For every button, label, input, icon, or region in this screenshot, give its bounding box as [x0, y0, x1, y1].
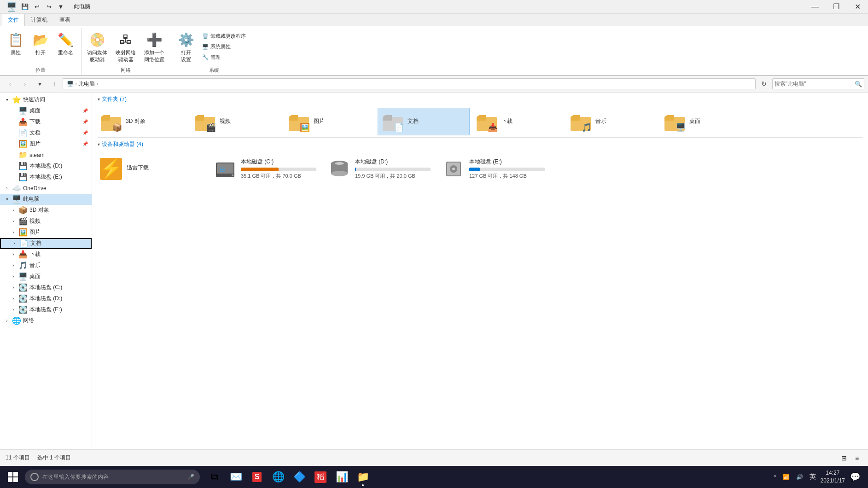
close-button[interactable]: ✕ — [847, 0, 868, 14]
taskbar-task-view[interactable]: ⧉ — [204, 466, 225, 488]
taskbar-edge[interactable]: 🌐 — [268, 466, 288, 488]
ribbon-btn-manage[interactable]: 🔧 管理 — [199, 52, 254, 62]
qat-save[interactable]: 💾 — [19, 1, 30, 12]
svg-rect-37 — [13, 477, 18, 482]
folder-music[interactable]: 🎵 音乐 — [565, 108, 658, 135]
downloads2-sidebar-label: 下载 — [29, 250, 41, 258]
tab-computer[interactable]: 计算机 — [25, 14, 53, 26]
folder-desktop-info: 桌面 — [689, 117, 700, 125]
ribbon-btn-rename[interactable]: ✏️ 重命名 — [53, 29, 77, 58]
xunlei-label: 迅雷下载 — [127, 164, 202, 172]
sidebar-item-pictures[interactable]: › 🖼️ 图片 — [0, 227, 92, 238]
sidebar-item-local-d2[interactable]: › 💽 本地磁盘 (D:) — [0, 293, 92, 304]
taskbar-active-indicator — [362, 484, 364, 486]
folder-videos[interactable]: 🎬 视频 — [190, 108, 282, 135]
taskbar-clock[interactable]: 14:27 2021/1/17 — [821, 469, 845, 485]
qat-redo[interactable]: ↪ — [43, 1, 54, 12]
search-input[interactable] — [775, 81, 853, 87]
sidebar-item-downloads[interactable]: 📥 下载 📌 — [0, 116, 92, 128]
folder-pictures-label: 图片 — [314, 117, 325, 125]
folder-3d-objects[interactable]: 📦 3D 对象 — [96, 108, 188, 135]
sidebar-section-quick-access[interactable]: ▾ ⭐ 快速访问 — [0, 94, 92, 105]
taskbar-show-hidden[interactable]: ^ — [772, 466, 778, 488]
manage-icon: 🔧 — [202, 54, 209, 60]
sidebar-item-local-e-qa[interactable]: 💾 本地磁盘 (E:) — [0, 172, 92, 183]
view-large-icons-button[interactable]: ⊞ — [839, 453, 850, 464]
folder-3d-icon: 📦 — [100, 110, 122, 133]
up-button[interactable]: ↑ — [48, 77, 61, 90]
ribbon-btn-add-location[interactable]: ➕ 添加一个网络位置 — [140, 29, 168, 65]
taskbar-volume-icon[interactable]: 🔊 — [794, 466, 805, 488]
ribbon-btn-uninstall[interactable]: 🗑️ 卸载或更改程序 — [199, 31, 254, 41]
local-e-qa-label: 本地磁盘 (E:) — [29, 173, 62, 181]
devices-section-header[interactable]: ▾ 设备和驱动器 (4) — [92, 138, 868, 151]
drive-c[interactable]: ⊞ 本地磁盘 (C:) 35.1 GB 可用，共 70.0 GB — [210, 153, 320, 185]
sidebar-item-3d-objects[interactable]: › 📦 3D 对象 — [0, 205, 92, 216]
ribbon-btn-access-media[interactable]: 📀 访问媒体驱动器 — [83, 29, 111, 65]
view-list-button[interactable]: ≡ — [851, 453, 862, 464]
pictures-qa-icon: 🖼️ — [18, 139, 28, 148]
start-button[interactable] — [2, 466, 24, 488]
refresh-button[interactable]: ↻ — [757, 77, 770, 90]
ribbon-btn-open[interactable]: 📂 打开 — [29, 29, 52, 58]
dropdown-recent-button[interactable]: ▾ — [33, 77, 46, 90]
folder-documents[interactable]: 📄 文档 — [378, 108, 470, 135]
back-button[interactable]: ‹ — [4, 77, 17, 90]
taskbar-notification-button[interactable]: 💬 — [848, 466, 862, 488]
svg-marker-5 — [195, 115, 204, 117]
sidebar-item-downloads2[interactable]: › 📥 下载 — [0, 249, 92, 260]
uninstall-icon: 🗑️ — [202, 33, 209, 39]
folder-downloads-label: 下载 — [501, 117, 513, 125]
taskbar-mail[interactable]: ✉️ — [226, 466, 246, 488]
sidebar-item-onedrive[interactable]: › ☁️ OneDrive — [0, 183, 92, 194]
forward-button[interactable]: › — [18, 77, 31, 90]
sidebar-item-local-c[interactable]: › 💽 本地磁盘 (C:) — [0, 282, 92, 293]
xunlei-info: 迅雷下载 — [127, 164, 202, 174]
taskbar-maps[interactable]: 📊 — [332, 466, 352, 488]
sidebar-item-desktop2[interactable]: › 🖥️ 桌面 — [0, 271, 92, 282]
manage-label: 管理 — [210, 54, 221, 61]
qat-undo[interactable]: ↩ — [31, 1, 42, 12]
folders-section-header[interactable]: ▾ 文件夹 (7) — [92, 93, 868, 106]
search-icon: 🔍 — [855, 81, 862, 87]
folder-desktop[interactable]: 🖥️ 桌面 — [659, 108, 751, 135]
ribbon-btn-open-settings[interactable]: ⚙️ 打开设置 — [174, 29, 198, 65]
sidebar-item-documents[interactable]: › 📄 文档 — [0, 238, 92, 249]
maximize-button[interactable]: ❐ — [826, 0, 847, 14]
quick-access-label: 快速访问 — [23, 96, 45, 104]
drive-xunlei[interactable]: ⚡ 迅雷下载 — [96, 153, 206, 185]
taskbar-explorer[interactable]: 📁 — [353, 466, 373, 488]
local-d2-sidebar-label: 本地磁盘 (D:) — [29, 295, 62, 302]
sidebar-item-local-d-qa[interactable]: 💾 本地磁盘 (D:) — [0, 161, 92, 172]
address-bar[interactable]: 🖥️ › 此电脑 › — [63, 78, 756, 89]
sidebar-item-local-e3[interactable]: › 💽 本地磁盘 (E:) — [0, 304, 92, 315]
sidebar-item-network[interactable]: › 🌐 网络 — [0, 315, 92, 326]
ribbon-btn-map-network[interactable]: 🖧 映射网络驱动器 — [112, 29, 140, 65]
ribbon-btn-system-props[interactable]: 🖥️ 系统属性 — [199, 42, 254, 52]
taskbar-network-icon[interactable]: 📶 — [781, 466, 792, 488]
svg-rect-35 — [13, 472, 18, 476]
drive-e[interactable]: 本地磁盘 (E:) 127 GB 可用，共 148 GB — [438, 153, 549, 185]
sidebar-item-documents-qa[interactable]: 📄 文档 📌 — [0, 128, 92, 139]
minimize-button[interactable]: — — [804, 0, 826, 14]
folder-pictures[interactable]: 🖼️ 图片 — [284, 108, 376, 135]
taskbar-3d[interactable]: 🔷 — [289, 466, 309, 488]
search-bar[interactable]: 🔍 — [772, 78, 864, 89]
drive-d[interactable]: 本地磁盘 (D:) 19.9 GB 可用，共 20.0 GB — [324, 153, 435, 185]
folder-downloads[interactable]: 📥 下载 — [472, 108, 564, 135]
sidebar-item-videos[interactable]: › 🎬 视频 — [0, 216, 92, 227]
taskbar-reader[interactable]: 稻 — [310, 466, 331, 488]
tab-view[interactable]: 查看 — [53, 14, 76, 26]
qat-dropdown[interactable]: ▼ — [55, 1, 66, 12]
sidebar-item-this-pc[interactable]: ▾ 🖥️ 此电脑 — [0, 194, 92, 205]
tab-file[interactable]: 文件 — [2, 14, 25, 26]
sidebar-item-desktop[interactable]: 🖥️ 桌面 📌 — [0, 105, 92, 116]
sidebar-item-steam[interactable]: 📁 steam — [0, 150, 92, 161]
sidebar-item-music[interactable]: › 🎵 音乐 — [0, 260, 92, 271]
sidebar-item-pictures-qa[interactable]: 🖼️ 图片 📌 — [0, 139, 92, 150]
taskbar-lang[interactable]: 英 — [808, 466, 818, 488]
taskbar-search[interactable]: 在这里输入你要搜索的内容 🎤 — [25, 470, 200, 484]
statusbar-left: 11 个项目 选中 1 个项目 — [6, 454, 71, 462]
taskbar-slides[interactable]: S — [247, 466, 267, 488]
ribbon-btn-properties[interactable]: 📋 属性 — [4, 29, 28, 58]
